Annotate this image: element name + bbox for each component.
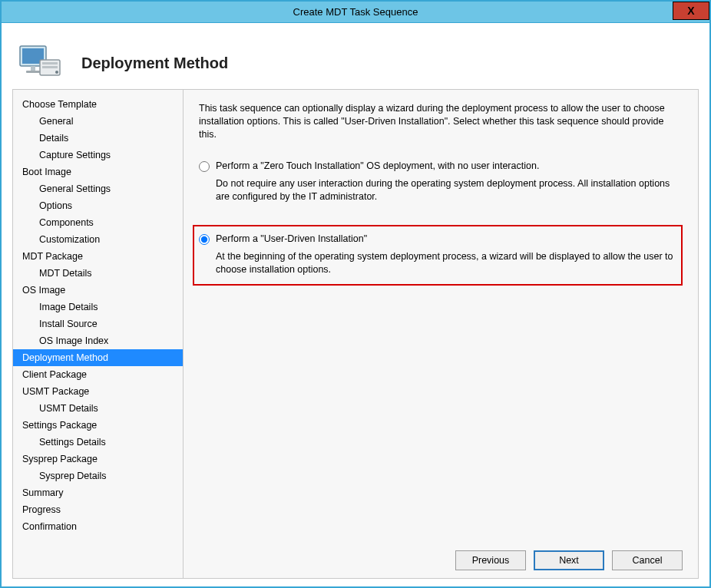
sidebar-item-sysprep-package[interactable]: Sysprep Package (13, 451, 183, 467)
option-udi-label: Perform a "User-Driven Installation" (216, 233, 367, 246)
svg-rect-3 (26, 71, 40, 73)
window-title: Create MDT Task Sequence (293, 6, 418, 18)
sidebar-item-sysprep-details[interactable]: Sysprep Details (13, 467, 183, 484)
sidebar-nav: Choose TemplateGeneralDetailsCapture Set… (13, 90, 184, 578)
computer-icon (17, 43, 63, 83)
option-zero-touch-label: Perform a "Zero Touch Installation" OS d… (216, 160, 539, 173)
svg-point-7 (55, 71, 58, 74)
sidebar-item-customization[interactable]: Customization (13, 231, 183, 248)
previous-button[interactable]: Previous (455, 550, 526, 570)
sidebar-item-choose-template[interactable]: Choose Template (13, 96, 183, 113)
sidebar-item-details[interactable]: Details (13, 130, 183, 147)
sidebar-item-usmt-package[interactable]: USMT Package (13, 383, 183, 400)
sidebar-item-components[interactable]: Components (13, 214, 183, 231)
cancel-button[interactable]: Cancel (612, 550, 683, 570)
sidebar-item-general-settings[interactable]: General Settings (13, 180, 183, 197)
sidebar-item-image-details[interactable]: Image Details (13, 299, 183, 315)
sidebar-item-os-image[interactable]: OS Image (13, 282, 183, 299)
option-zero-touch-desc: Do not require any user interaction duri… (216, 177, 683, 203)
highlight-box: Perform a "User-Driven Installation" At … (193, 225, 683, 286)
sidebar-item-confirmation[interactable]: Confirmation (13, 518, 183, 535)
sidebar-item-install-source[interactable]: Install Source (13, 315, 183, 332)
wizard-window: Create MDT Task Sequence X Deployment Me… (0, 0, 711, 588)
option-udi-row[interactable]: Perform a "User-Driven Installation" (199, 233, 673, 246)
option-zero-touch-row[interactable]: Perform a "Zero Touch Installation" OS d… (199, 160, 683, 173)
close-icon: X (687, 5, 694, 17)
radio-zero-touch[interactable] (199, 161, 210, 172)
sidebar-item-capture-settings[interactable]: Capture Settings (13, 147, 183, 164)
option-udi-desc: At the beginning of the operating system… (216, 250, 673, 276)
radio-user-driven[interactable] (199, 234, 210, 245)
sidebar-item-general[interactable]: General (13, 113, 183, 130)
sidebar-item-usmt-details[interactable]: USMT Details (13, 400, 183, 417)
page-heading: Deployment Method (81, 55, 228, 72)
sidebar-item-options[interactable]: Options (13, 197, 183, 214)
sidebar-item-client-package[interactable]: Client Package (13, 366, 183, 383)
sidebar-item-os-image-index[interactable]: OS Image Index (13, 332, 183, 349)
main-panel: Choose TemplateGeneralDetailsCapture Set… (12, 89, 699, 579)
next-button[interactable]: Next (534, 550, 604, 570)
intro-text: This task sequence can optionally displa… (199, 102, 683, 141)
close-button[interactable]: X (673, 2, 709, 20)
sidebar-item-mdt-details[interactable]: MDT Details (13, 265, 183, 282)
button-row: Previous Next Cancel (199, 540, 683, 570)
svg-rect-2 (31, 66, 35, 71)
sidebar-item-progress[interactable]: Progress (13, 501, 183, 518)
header: Deployment Method (12, 32, 699, 89)
sidebar-item-settings-package[interactable]: Settings Package (13, 417, 183, 434)
content-panel: This task sequence can optionally displa… (184, 90, 698, 578)
sidebar-item-boot-image[interactable]: Boot Image (13, 164, 183, 180)
svg-rect-6 (42, 66, 58, 68)
body: Deployment Method Choose TemplateGeneral… (2, 23, 709, 586)
sidebar-item-deployment-method[interactable]: Deployment Method (13, 349, 183, 366)
option-zero-touch: Perform a "Zero Touch Installation" OS d… (199, 160, 683, 203)
sidebar-item-settings-details[interactable]: Settings Details (13, 434, 183, 451)
svg-rect-5 (42, 62, 58, 64)
sidebar-item-summary[interactable]: Summary (13, 484, 183, 501)
sidebar-item-mdt-package[interactable]: MDT Package (13, 248, 183, 265)
titlebar: Create MDT Task Sequence X (2, 2, 709, 23)
